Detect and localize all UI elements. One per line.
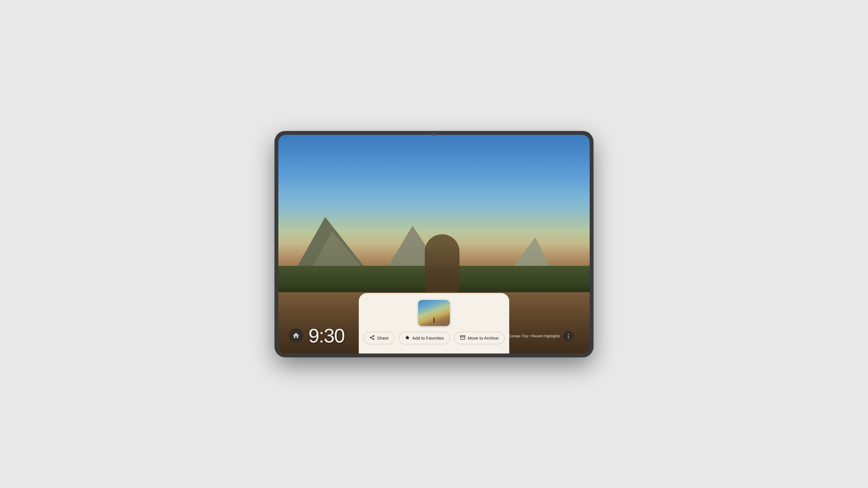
more-options-button[interactable]: ⋮ — [563, 331, 574, 341]
home-icon — [292, 332, 300, 339]
share-icon — [370, 335, 375, 341]
svg-rect-6 — [460, 335, 465, 337]
action-card: Share Add to Favorites — [359, 293, 509, 354]
svg-marker-5 — [405, 335, 410, 339]
clock-display: 9:30 — [308, 326, 344, 346]
share-label: Share — [377, 335, 389, 340]
add-to-favorites-label: Add to Favorites — [412, 335, 444, 340]
svg-line-4 — [371, 336, 373, 337]
front-camera — [433, 133, 435, 136]
thumbnail-person — [433, 317, 435, 323]
photo-thumbnail — [418, 300, 450, 326]
tablet-screen: 9:30 22, 2023, Europe Trip • Recent high… — [278, 135, 590, 354]
archive-icon — [460, 335, 465, 341]
svg-line-3 — [371, 338, 373, 339]
add-to-favorites-button[interactable]: Add to Favorites — [399, 332, 450, 344]
share-button[interactable]: Share — [363, 332, 395, 344]
home-button[interactable] — [289, 328, 303, 343]
move-to-archive-button[interactable]: Move to Archive — [454, 332, 505, 344]
star-icon — [405, 335, 410, 341]
action-buttons-row: Share Add to Favorites — [363, 332, 505, 344]
move-to-archive-label: Move to Archive — [468, 335, 498, 340]
tablet-device: 9:30 22, 2023, Europe Trip • Recent high… — [275, 131, 593, 357]
time-display: 9:30 — [289, 326, 344, 346]
more-dots-icon: ⋮ — [566, 333, 571, 339]
thumbnail-image — [418, 300, 450, 326]
